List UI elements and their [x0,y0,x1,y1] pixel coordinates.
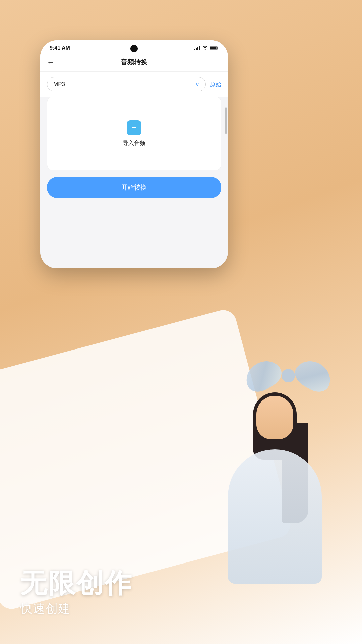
wifi-icon [202,46,208,50]
figure-body [225,396,325,584]
status-icons [194,46,219,50]
chevron-down-icon: ∨ [195,81,199,88]
import-label: 导入音频 [123,139,145,147]
upload-area[interactable]: + 导入音频 [47,97,221,170]
phone-mockup: 9:41 AM [40,40,228,268]
battery-icon [210,46,219,50]
svg-rect-7 [210,47,217,49]
svg-rect-2 [197,47,198,50]
status-time: 9:41 AM [50,45,70,51]
app-header: ← 音频转换 [40,53,228,72]
person-silhouette [188,342,362,584]
status-bar: 9:41 AM [40,40,228,53]
marketing-section: 无限创作 快速创建 [0,342,362,644]
svg-rect-0 [194,49,195,50]
format-dropdown[interactable]: MP3 ∨ [47,77,206,91]
start-button-label: 开始转换 [121,184,147,191]
format-label: MP3 [53,81,65,88]
scrollbar[interactable] [225,107,227,134]
start-convert-button[interactable]: 开始转换 [47,177,221,198]
person-figure [188,342,362,584]
signal-icon [194,46,200,50]
marketing-text: 无限创作 快速创建 [20,569,133,617]
svg-rect-3 [199,46,200,50]
page-title: 音频转换 [121,58,147,67]
bow-left [240,355,286,396]
original-button[interactable]: 原始 [210,80,221,88]
svg-rect-1 [196,48,197,50]
figure-dress [228,449,322,584]
camera-notch [130,45,138,52]
main-tagline: 无限创作 [20,569,133,598]
format-row: MP3 ∨ 原始 [40,72,228,97]
sub-tagline: 快速创建 [20,601,133,617]
figure-head [256,396,293,439]
bow-center [282,369,295,382]
bow-right [291,355,336,396]
add-icon: + [127,120,141,135]
svg-rect-6 [218,47,219,49]
back-button[interactable]: ← [47,58,54,67]
